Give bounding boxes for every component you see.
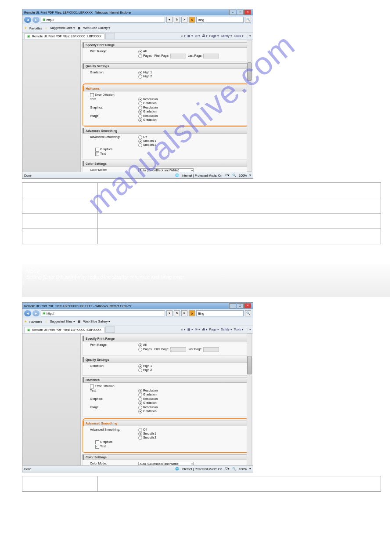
zoom-icon[interactable]: 🔍 [232,467,236,471]
refresh-icon[interactable]: ↻ [174,310,180,316]
favorites-label[interactable]: Favorites [29,320,42,323]
mail-icon[interactable]: ✉ ▾ [195,34,200,38]
search-provider-icon[interactable]: b [189,310,195,316]
chk-text[interactable] [95,445,99,449]
address-field[interactable]: ▣http:// [41,17,165,23]
radio-gfx-res[interactable] [138,106,142,110]
radio-smooth2[interactable] [138,436,142,440]
forward-icon[interactable]: ► [32,310,40,316]
help-icon[interactable]: ❔▾ [245,34,251,38]
left-pane [22,40,81,172]
address-bar: ◄ ► ▣http:// ▾ ↻ ✕ b Bing 🔍 [22,15,253,24]
scroll-thumb[interactable] [247,356,252,374]
radio-all[interactable] [138,50,142,54]
first-page-field[interactable] [170,54,186,58]
mail-icon[interactable]: ✉ ▾ [195,328,200,331]
gradation-label: Gradation: [86,71,138,79]
favorites-star-icon[interactable]: ★ [24,320,27,323]
radio-text-res[interactable] [138,98,142,102]
favorites-label[interactable]: Favorites [29,27,42,30]
favorites-star-icon[interactable]: ★ [24,26,27,30]
active-tab[interactable]: ▣Remote UI: Print PDF Files: LBPXXXX : L… [24,327,104,333]
chk-error-diffusion[interactable] [90,385,94,388]
active-tab[interactable]: ▣Remote UI: Print PDF Files: LBPXXXX : L… [24,33,104,39]
new-tab-button[interactable] [105,326,115,333]
print-icon[interactable]: 🖶 ▾ [202,328,208,331]
page-menu[interactable]: Page ▾ [209,328,219,331]
radio-gfx-grad[interactable] [138,110,142,114]
color-mode-select[interactable]: Auto (Color/Black and White) [138,462,194,465]
radio-smooth1[interactable] [138,139,142,143]
web-slice-gallery[interactable]: Web Slice Gallery ▾ [83,26,110,30]
new-tab-button[interactable] [105,33,115,39]
suggested-sites[interactable]: Suggested Sites ▾ [50,320,75,323]
feeds-icon[interactable]: ▦ ▾ [187,328,193,331]
scroll-thumb[interactable] [247,62,252,81]
back-icon[interactable]: ◄ [24,310,31,316]
feeds-icon[interactable]: ▦ ▾ [187,34,193,38]
suggested-sites[interactable]: Suggested Sites ▾ [50,26,75,30]
dropdown-icon[interactable]: ▾ [166,17,173,23]
first-page-field[interactable] [170,347,186,352]
search-provider-icon[interactable]: b [189,17,195,23]
stop-icon[interactable]: ✕ [181,310,187,316]
radio-img-grad[interactable] [138,118,142,122]
radio-gfx-res[interactable] [138,397,142,401]
close-icon[interactable]: ✕ [244,10,251,15]
tools-menu[interactable]: Tools ▾ [234,34,244,38]
zoom-icon[interactable]: 🔍 [232,174,236,177]
chk-graphics[interactable] [95,440,99,444]
print-icon[interactable]: 🖶 ▾ [202,34,208,38]
radio-text-res[interactable] [138,389,142,393]
radio-pages[interactable] [138,54,142,58]
search-field[interactable]: Bing [196,17,244,23]
radio-pages[interactable] [138,348,142,352]
minimize-icon[interactable]: _ [229,10,236,15]
close-icon[interactable]: ✕ [244,303,251,308]
home-icon[interactable]: ⌂ ▾ [181,328,186,331]
radio-high1[interactable] [138,71,142,75]
protected-mode: Internet | Protected Mode: On [182,468,222,471]
web-slice-gallery[interactable]: Web Slice Gallery ▾ [83,320,110,323]
safety-menu[interactable]: Safety ▾ [221,328,232,331]
search-go-icon[interactable]: 🔍 [245,310,251,316]
refresh-icon[interactable]: ↻ [174,17,180,23]
page-menu[interactable]: Page ▾ [209,34,219,38]
safety-menu[interactable]: Safety ▾ [221,34,232,38]
search-field[interactable]: Bing [196,310,244,316]
radio-img-grad[interactable] [138,410,142,414]
radio-text-grad[interactable] [138,393,142,397]
radio-smooth-off[interactable] [138,135,142,139]
search-go-icon[interactable]: 🔍 [245,17,251,23]
back-icon[interactable]: ◄ [24,17,31,23]
radio-high1[interactable] [138,364,142,368]
help-icon[interactable]: ❔▾ [245,328,251,331]
tools-menu[interactable]: Tools ▾ [234,328,244,331]
scrollbar[interactable] [247,334,252,465]
chk-error-diffusion[interactable] [90,93,94,97]
radio-high2[interactable] [138,368,142,372]
radio-smooth-off[interactable] [138,428,142,432]
stop-icon[interactable]: ✕ [181,17,187,23]
radio-text-grad[interactable] [138,102,142,105]
address-field[interactable]: ▣http:// [41,310,165,316]
last-page-field[interactable] [203,347,219,352]
chk-graphics[interactable] [95,148,99,152]
radio-img-res[interactable] [138,114,142,118]
dropdown-icon[interactable]: ▾ [166,310,173,316]
radio-smooth2[interactable] [138,143,142,147]
radio-high2[interactable] [138,75,142,79]
radio-smooth1[interactable] [138,432,142,436]
forward-icon[interactable]: ► [32,17,40,23]
chk-text[interactable] [95,152,99,156]
maximize-icon[interactable]: ▢ [237,303,244,308]
radio-all[interactable] [138,343,142,347]
radio-gfx-grad[interactable] [138,401,142,405]
scrollbar[interactable] [247,40,252,172]
radio-img-res[interactable] [138,406,142,410]
color-mode-select[interactable]: Auto (Color/Black and White) [138,168,194,172]
home-icon[interactable]: ⌂ ▾ [181,34,186,38]
maximize-icon[interactable]: ▢ [237,10,244,15]
minimize-icon[interactable]: _ [229,303,236,308]
last-page-field[interactable] [203,54,219,58]
